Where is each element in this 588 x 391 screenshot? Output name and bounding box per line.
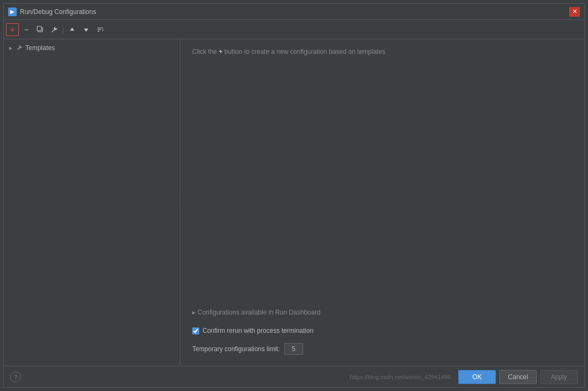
close-button[interactable]: ✕	[569, 7, 580, 17]
resize-dots: · · ·	[180, 197, 185, 208]
run-debug-dialog: ▶ Run/Debug Configurations ✕ + −	[3, 3, 585, 388]
temp-limit-input[interactable]	[284, 343, 303, 355]
confirm-rerun-row: Confirm rerun with process termination	[192, 325, 576, 337]
bottom-section: ▶ Configurations available in Run Dashbo…	[192, 306, 576, 357]
run-dashboard-section: ▶ Configurations available in Run Dashbo…	[192, 306, 576, 318]
footer-url: https://blog.csdn.net/weixin_42941486	[350, 374, 451, 380]
help-button[interactable]: ?	[10, 372, 21, 382]
toolbar: + −	[4, 20, 584, 39]
tree-expand-arrow: ▶	[8, 45, 13, 51]
temp-limit-row: Temporary configurations limit:	[192, 341, 576, 357]
cancel-button[interactable]: Cancel	[499, 370, 537, 384]
wrench-tree-icon	[16, 44, 23, 52]
confirm-rerun-label: Confirm rerun with process termination	[202, 327, 313, 334]
toolbar-separator-1	[63, 25, 64, 34]
templates-label: Templates	[25, 44, 55, 52]
dialog-icon-symbol: ▶	[10, 9, 15, 15]
edit-defaults-button[interactable]	[48, 23, 61, 36]
add-configuration-button[interactable]: +	[6, 23, 19, 36]
run-dashboard-header[interactable]: ▶ Configurations available in Run Dashbo…	[192, 306, 576, 318]
hint-text-container: Click the + button to create a new confi…	[192, 48, 576, 55]
sidebar: ▶ Templates	[4, 39, 180, 366]
up-arrow-icon	[69, 26, 75, 33]
footer-right: https://blog.csdn.net/weixin_42941486 OK…	[350, 370, 578, 384]
hint-text-after: button to create a new configuration bas…	[222, 48, 385, 55]
dialog-title: Run/Debug Configurations	[20, 8, 96, 16]
hint-text-before: Click the	[192, 48, 219, 55]
content-area: ▶ Templates · · · Click the + button to …	[4, 39, 584, 366]
templates-tree-item[interactable]: ▶ Templates	[4, 41, 180, 54]
move-up-button[interactable]	[66, 23, 79, 36]
wrench-icon	[51, 26, 58, 33]
title-bar: ▶ Run/Debug Configurations ✕	[4, 4, 584, 20]
footer: ? https://blog.csdn.net/weixin_42941486 …	[4, 366, 584, 387]
dialog-icon: ▶	[8, 8, 17, 16]
down-arrow-icon	[83, 26, 89, 33]
remove-configuration-button[interactable]: −	[20, 23, 33, 36]
sort-icon	[96, 26, 104, 33]
confirm-rerun-checkbox[interactable]	[192, 327, 199, 334]
copy-configuration-button[interactable]	[34, 23, 47, 36]
title-bar-left: ▶ Run/Debug Configurations	[8, 8, 96, 16]
ok-button[interactable]: OK	[458, 370, 496, 384]
apply-button[interactable]: Apply	[540, 370, 578, 384]
main-panel: Click the + button to create a new confi…	[184, 39, 584, 366]
run-dashboard-label: Configurations available in Run Dashboar…	[198, 309, 320, 316]
footer-left: ?	[10, 372, 21, 382]
sort-button[interactable]	[94, 23, 107, 36]
temp-limit-label: Temporary configurations limit:	[192, 345, 280, 353]
move-down-button[interactable]	[80, 23, 93, 36]
copy-icon	[37, 26, 44, 33]
resize-handle[interactable]: · · ·	[180, 39, 184, 366]
svg-rect-1	[37, 26, 41, 31]
collapsible-arrow-icon: ▶	[192, 310, 195, 315]
